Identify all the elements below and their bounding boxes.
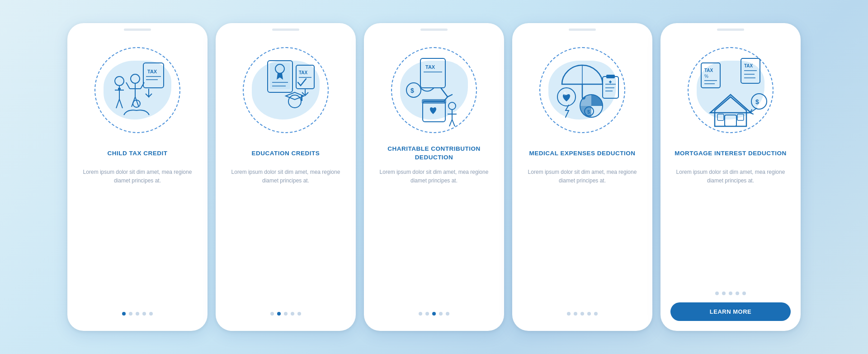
dot-4[interactable] <box>587 312 591 316</box>
svg-rect-25 <box>296 65 314 89</box>
svg-rect-65 <box>725 115 736 126</box>
dot-1[interactable] <box>122 312 126 316</box>
dot-2[interactable] <box>425 312 429 316</box>
card-description-medical-expenses: Lorem ipsum dolor sit dim amet, mea regi… <box>522 168 642 305</box>
svg-line-4 <box>119 99 123 108</box>
card-title-mortgage-interest: MORTGAGE INTEREST DEDUCTION <box>675 144 787 163</box>
svg-text:$: $ <box>564 91 566 96</box>
illustration-education-credits: TAX <box>236 40 335 140</box>
card-title-medical-expenses: MEDICAL EXPENSES DEDUCTION <box>529 144 636 163</box>
svg-point-35 <box>448 102 456 110</box>
dot-4[interactable] <box>439 312 443 316</box>
svg-text:TAX: TAX <box>704 68 713 73</box>
dot-3[interactable] <box>136 312 139 316</box>
svg-text:TAX: TAX <box>299 70 308 75</box>
dot-2[interactable] <box>574 312 577 316</box>
dot-3[interactable] <box>580 312 584 316</box>
svg-text:$: $ <box>755 98 759 105</box>
dot-4[interactable] <box>736 292 739 295</box>
svg-line-10 <box>126 82 130 89</box>
card-description-education-credits: Lorem ipsum dolor sit dim amet, mea regi… <box>226 168 346 305</box>
education-credits-icon: TAX <box>247 52 324 129</box>
card-title-charitable-contribution: CHARITABLE CONTRIBUTION DEDUCTION <box>374 144 494 163</box>
learn-more-button[interactable]: LEARN MORE <box>670 302 791 321</box>
svg-rect-66 <box>717 114 724 120</box>
svg-text:TAX: TAX <box>425 64 435 70</box>
card-child-tax-credit: TAX CHILD TAX CREDIT Lorem ipsum dolor s… <box>67 23 208 331</box>
svg-text:TAX: TAX <box>744 63 753 68</box>
dot-3[interactable] <box>432 312 436 316</box>
card-title-child-tax-credit: CHILD TAX CREDIT <box>108 144 168 163</box>
cards-container: TAX CHILD TAX CREDIT Lorem ipsum dolor s… <box>49 10 819 344</box>
dot-2[interactable] <box>129 312 132 316</box>
card-education-credits: TAX EDUCATION CREDITS Lorem ipsum dolor … <box>216 23 356 331</box>
illustration-mortgage-interest: TAX % TAX $ <box>681 40 780 140</box>
dot-1[interactable] <box>567 312 571 316</box>
svg-point-68 <box>751 94 767 109</box>
svg-line-3 <box>116 99 119 108</box>
dot-1[interactable] <box>715 292 719 295</box>
dot-2[interactable] <box>277 312 281 316</box>
illustration-child-tax-credit: TAX <box>88 40 187 140</box>
illustration-charitable-contribution: TAX $ <box>384 40 484 140</box>
dot-5[interactable] <box>297 312 301 316</box>
illustration-medical-expenses: $ $ <box>533 40 632 140</box>
card-charitable-contribution: TAX $ <box>364 23 504 331</box>
dots-row-child-tax-credit <box>122 312 153 316</box>
dot-3[interactable] <box>284 312 288 316</box>
dot-5[interactable] <box>149 312 153 316</box>
svg-rect-67 <box>737 114 744 120</box>
medical-expenses-icon: $ $ <box>544 52 621 129</box>
svg-line-39 <box>452 120 455 126</box>
dots-row-education-credits <box>270 312 301 316</box>
card-description-child-tax-credit: Lorem ipsum dolor sit dim amet, mea regi… <box>77 168 198 305</box>
mortgage-interest-icon: TAX % TAX $ <box>692 52 769 129</box>
dots-row-charitable-contribution <box>419 312 449 316</box>
svg-rect-46 <box>603 77 618 98</box>
charitable-contribution-icon: TAX $ <box>396 52 472 129</box>
dot-3[interactable] <box>729 292 732 295</box>
card-medical-expenses: $ $ MEDICAL EX <box>512 23 652 331</box>
svg-text:$: $ <box>587 109 590 115</box>
svg-line-38 <box>449 120 452 126</box>
card-title-education-credits: EDUCATION CREDITS <box>252 144 320 163</box>
svg-text:$: $ <box>410 87 414 94</box>
svg-rect-28 <box>420 58 445 88</box>
card-mortgage-interest: TAX % TAX $ <box>660 23 801 331</box>
svg-point-5 <box>131 74 140 83</box>
child-tax-credit-icon: TAX <box>99 52 176 129</box>
svg-rect-24 <box>301 96 302 101</box>
svg-rect-34 <box>422 99 446 104</box>
dot-2[interactable] <box>722 292 726 295</box>
card-description-mortgage-interest: Lorem ipsum dolor sit dim amet, mea regi… <box>670 168 791 284</box>
svg-text:%: % <box>704 74 708 79</box>
dot-4[interactable] <box>291 312 294 316</box>
dot-5[interactable] <box>742 292 746 295</box>
svg-marker-63 <box>715 97 746 126</box>
svg-text:TAX: TAX <box>147 69 157 74</box>
dot-1[interactable] <box>419 312 422 316</box>
card-description-charitable-contribution: Lorem ipsum dolor sit dim amet, mea regi… <box>374 168 494 305</box>
dot-5[interactable] <box>446 312 449 316</box>
dots-row-medical-expenses <box>567 312 598 316</box>
dots-row-mortgage-interest <box>715 292 746 295</box>
dot-5[interactable] <box>594 312 598 316</box>
dot-1[interactable] <box>270 312 274 316</box>
svg-point-0 <box>115 77 124 86</box>
svg-point-22 <box>288 95 301 108</box>
dot-4[interactable] <box>142 312 146 316</box>
svg-rect-12 <box>143 63 164 88</box>
svg-rect-47 <box>606 75 615 78</box>
svg-line-9 <box>135 97 139 107</box>
